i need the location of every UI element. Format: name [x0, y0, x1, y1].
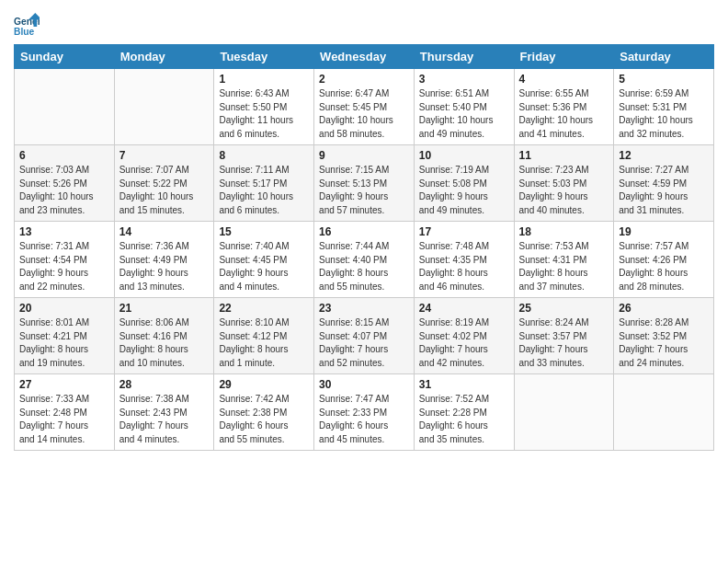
- day-info: Sunrise: 8:06 AM Sunset: 4:16 PM Dayligh…: [119, 316, 210, 370]
- day-number: 12: [619, 149, 709, 162]
- calendar-cell: 2Sunrise: 6:47 AM Sunset: 5:45 PM Daylig…: [314, 69, 415, 145]
- day-info: Sunrise: 7:57 AM Sunset: 4:26 PM Dayligh…: [619, 240, 709, 293]
- calendar-cell: 18Sunrise: 7:53 AM Sunset: 4:31 PM Dayli…: [514, 222, 614, 298]
- logo-icon: General Blue: [14, 13, 40, 39]
- day-number: 29: [219, 378, 309, 391]
- day-number: 24: [419, 302, 509, 315]
- week-row-2: 6Sunrise: 7:03 AM Sunset: 5:26 PM Daylig…: [15, 145, 714, 222]
- day-number: 6: [19, 149, 109, 162]
- calendar-cell: 5Sunrise: 6:59 AM Sunset: 5:31 PM Daylig…: [614, 69, 714, 145]
- calendar-cell: 8Sunrise: 7:11 AM Sunset: 5:17 PM Daylig…: [214, 145, 314, 222]
- day-number: 14: [119, 225, 210, 238]
- calendar-cell: 26Sunrise: 8:28 AM Sunset: 3:52 PM Dayli…: [614, 298, 714, 374]
- day-number: 16: [319, 225, 409, 238]
- day-number: 4: [519, 73, 609, 86]
- day-number: 28: [119, 378, 210, 391]
- calendar-cell: 6Sunrise: 7:03 AM Sunset: 5:26 PM Daylig…: [15, 145, 115, 222]
- day-number: 19: [619, 225, 709, 238]
- day-number: 17: [419, 225, 509, 238]
- day-info: Sunrise: 8:24 AM Sunset: 3:57 PM Dayligh…: [519, 316, 609, 370]
- day-number: 15: [219, 225, 309, 238]
- day-info: Sunrise: 8:10 AM Sunset: 4:12 PM Dayligh…: [219, 316, 309, 370]
- calendar-cell: 22Sunrise: 8:10 AM Sunset: 4:12 PM Dayli…: [214, 298, 314, 374]
- day-number: 2: [319, 73, 409, 86]
- day-number: 25: [519, 302, 609, 315]
- calendar-cell: 1Sunrise: 6:43 AM Sunset: 5:50 PM Daylig…: [214, 69, 314, 145]
- calendar-cell: 23Sunrise: 8:15 AM Sunset: 4:07 PM Dayli…: [314, 298, 415, 374]
- day-info: Sunrise: 7:42 AM Sunset: 2:38 PM Dayligh…: [219, 393, 309, 446]
- calendar-cell: 27Sunrise: 7:33 AM Sunset: 2:48 PM Dayli…: [15, 374, 115, 451]
- day-info: Sunrise: 6:51 AM Sunset: 5:40 PM Dayligh…: [419, 87, 509, 141]
- day-info: Sunrise: 7:36 AM Sunset: 4:49 PM Dayligh…: [119, 240, 210, 293]
- weekday-header-monday: Monday: [114, 45, 214, 69]
- day-info: Sunrise: 7:23 AM Sunset: 5:03 PM Dayligh…: [519, 164, 609, 217]
- day-info: Sunrise: 7:27 AM Sunset: 4:59 PM Dayligh…: [619, 164, 709, 217]
- week-row-1: 1Sunrise: 6:43 AM Sunset: 5:50 PM Daylig…: [15, 69, 714, 145]
- calendar-cell: [15, 69, 115, 145]
- weekday-header-friday: Friday: [514, 45, 614, 69]
- calendar-cell: 3Sunrise: 6:51 AM Sunset: 5:40 PM Daylig…: [414, 69, 514, 145]
- calendar-cell: 30Sunrise: 7:47 AM Sunset: 2:33 PM Dayli…: [314, 374, 415, 451]
- calendar-cell: 4Sunrise: 6:55 AM Sunset: 5:36 PM Daylig…: [514, 69, 614, 145]
- weekday-header-wednesday: Wednesday: [314, 45, 415, 69]
- calendar-cell: 16Sunrise: 7:44 AM Sunset: 4:40 PM Dayli…: [314, 222, 415, 298]
- day-info: Sunrise: 7:15 AM Sunset: 5:13 PM Dayligh…: [319, 164, 409, 217]
- calendar-cell: 10Sunrise: 7:19 AM Sunset: 5:08 PM Dayli…: [414, 145, 514, 222]
- calendar-table: SundayMondayTuesdayWednesdayThursdayFrid…: [14, 44, 714, 451]
- day-number: 7: [119, 149, 210, 162]
- day-number: 8: [219, 149, 309, 162]
- calendar-cell: 19Sunrise: 7:57 AM Sunset: 4:26 PM Dayli…: [614, 222, 714, 298]
- calendar-cell: 15Sunrise: 7:40 AM Sunset: 4:45 PM Dayli…: [214, 222, 314, 298]
- day-info: Sunrise: 8:15 AM Sunset: 4:07 PM Dayligh…: [319, 316, 409, 370]
- calendar-cell: 21Sunrise: 8:06 AM Sunset: 4:16 PM Dayli…: [114, 298, 214, 374]
- week-row-5: 27Sunrise: 7:33 AM Sunset: 2:48 PM Dayli…: [15, 374, 714, 451]
- day-info: Sunrise: 6:47 AM Sunset: 5:45 PM Dayligh…: [319, 87, 409, 141]
- day-info: Sunrise: 7:07 AM Sunset: 5:22 PM Dayligh…: [119, 164, 210, 217]
- day-number: 31: [419, 378, 509, 391]
- day-number: 3: [419, 73, 509, 86]
- weekday-header-thursday: Thursday: [414, 45, 514, 69]
- calendar-cell: 25Sunrise: 8:24 AM Sunset: 3:57 PM Dayli…: [514, 298, 614, 374]
- weekday-header-sunday: Sunday: [15, 45, 115, 69]
- calendar-cell: 11Sunrise: 7:23 AM Sunset: 5:03 PM Dayli…: [514, 145, 614, 222]
- svg-text:Blue: Blue: [14, 27, 35, 37]
- day-number: 30: [319, 378, 409, 391]
- day-info: Sunrise: 7:11 AM Sunset: 5:17 PM Dayligh…: [219, 164, 309, 217]
- day-info: Sunrise: 6:43 AM Sunset: 5:50 PM Dayligh…: [219, 87, 309, 141]
- weekday-header-row: SundayMondayTuesdayWednesdayThursdayFrid…: [15, 45, 714, 69]
- day-number: 1: [219, 73, 309, 86]
- day-info: Sunrise: 8:19 AM Sunset: 4:02 PM Dayligh…: [419, 316, 509, 370]
- calendar-cell: 31Sunrise: 7:52 AM Sunset: 2:28 PM Dayli…: [414, 374, 514, 451]
- calendar-cell: [114, 69, 214, 145]
- calendar-cell: 7Sunrise: 7:07 AM Sunset: 5:22 PM Daylig…: [114, 145, 214, 222]
- weekday-header-saturday: Saturday: [614, 45, 714, 69]
- day-info: Sunrise: 7:48 AM Sunset: 4:35 PM Dayligh…: [419, 240, 509, 293]
- logo: General Blue: [14, 13, 43, 39]
- day-number: 13: [19, 225, 109, 238]
- calendar-cell: 24Sunrise: 8:19 AM Sunset: 4:02 PM Dayli…: [414, 298, 514, 374]
- day-info: Sunrise: 7:47 AM Sunset: 2:33 PM Dayligh…: [319, 393, 409, 446]
- calendar-cell: 28Sunrise: 7:38 AM Sunset: 2:43 PM Dayli…: [114, 374, 214, 451]
- calendar-cell: 20Sunrise: 8:01 AM Sunset: 4:21 PM Dayli…: [15, 298, 115, 374]
- day-info: Sunrise: 6:59 AM Sunset: 5:31 PM Dayligh…: [619, 87, 709, 141]
- week-row-3: 13Sunrise: 7:31 AM Sunset: 4:54 PM Dayli…: [15, 222, 714, 298]
- calendar-cell: 13Sunrise: 7:31 AM Sunset: 4:54 PM Dayli…: [15, 222, 115, 298]
- day-info: Sunrise: 7:19 AM Sunset: 5:08 PM Dayligh…: [419, 164, 509, 217]
- day-info: Sunrise: 8:28 AM Sunset: 3:52 PM Dayligh…: [619, 316, 709, 370]
- day-info: Sunrise: 7:52 AM Sunset: 2:28 PM Dayligh…: [419, 393, 509, 446]
- calendar-cell: 14Sunrise: 7:36 AM Sunset: 4:49 PM Dayli…: [114, 222, 214, 298]
- day-number: 9: [319, 149, 409, 162]
- day-number: 11: [519, 149, 609, 162]
- calendar-container: General Blue SundayMondayTuesdayWednesda…: [0, 0, 728, 563]
- day-number: 5: [619, 73, 709, 86]
- day-number: 26: [619, 302, 709, 315]
- day-info: Sunrise: 8:01 AM Sunset: 4:21 PM Dayligh…: [19, 316, 109, 370]
- calendar-cell: 29Sunrise: 7:42 AM Sunset: 2:38 PM Dayli…: [214, 374, 314, 451]
- calendar-cell: 17Sunrise: 7:48 AM Sunset: 4:35 PM Dayli…: [414, 222, 514, 298]
- calendar-cell: 9Sunrise: 7:15 AM Sunset: 5:13 PM Daylig…: [314, 145, 415, 222]
- day-info: Sunrise: 7:40 AM Sunset: 4:45 PM Dayligh…: [219, 240, 309, 293]
- day-info: Sunrise: 6:55 AM Sunset: 5:36 PM Dayligh…: [519, 87, 609, 141]
- day-info: Sunrise: 7:31 AM Sunset: 4:54 PM Dayligh…: [19, 240, 109, 293]
- week-row-4: 20Sunrise: 8:01 AM Sunset: 4:21 PM Dayli…: [15, 298, 714, 374]
- day-info: Sunrise: 7:53 AM Sunset: 4:31 PM Dayligh…: [519, 240, 609, 293]
